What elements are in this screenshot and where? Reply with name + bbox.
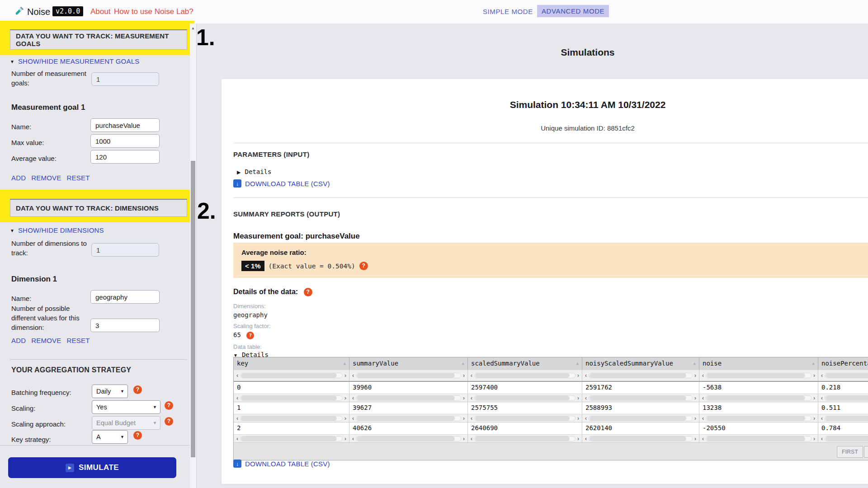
dimension-name-input[interactable] <box>90 290 160 304</box>
cell: 40626 <box>349 422 468 434</box>
batching-help-icon[interactable]: ? <box>133 385 142 394</box>
download-csv-link-1[interactable]: DOWNLOAD TABLE (CSV) <box>233 179 330 188</box>
data-table: key summaryValue scaledSummaryValue nois… <box>233 357 868 460</box>
column-header-key[interactable]: key <box>234 357 349 370</box>
show-hide-dimensions-toggle[interactable]: SHOW/HIDE DIMENSIONS <box>10 226 104 234</box>
add-goal-button[interactable]: ADD <box>11 174 26 182</box>
parameters-heading: PARAMETERS (INPUT) <box>233 150 309 158</box>
goal-avg-input[interactable] <box>90 150 160 164</box>
scaling-factor-value: 65 ? <box>233 331 254 339</box>
cell-scrollbar[interactable] <box>234 394 349 402</box>
scaling-select[interactable]: Yes (Recommended) <box>92 400 160 414</box>
cell-scrollbar[interactable] <box>818 394 868 402</box>
sidebar-divider <box>10 359 187 360</box>
cell-scrollbar[interactable] <box>234 370 349 381</box>
noise-ratio-label: Average noise ratio: <box>241 249 307 256</box>
cell-scrollbar[interactable] <box>582 435 699 442</box>
cell-scrollbar[interactable] <box>582 414 699 422</box>
details-of-data-label: Details of the data: <box>233 288 298 296</box>
cell-scrollbar[interactable] <box>582 394 699 402</box>
add-dimension-button[interactable]: ADD <box>11 337 26 344</box>
how-to-use-link[interactable]: How to use Noise Lab? <box>114 7 193 16</box>
goal-max-input[interactable] <box>90 134 160 148</box>
row-scrollbar <box>234 435 868 443</box>
annotation-step-number-1: 1. <box>196 26 215 49</box>
dimension-name-label: Name: <box>11 294 31 303</box>
noise-ratio-help-icon[interactable]: ? <box>359 262 368 270</box>
scaling-help-icon[interactable]: ? <box>165 401 173 410</box>
scaling-factor-help-icon[interactable]: ? <box>246 332 254 339</box>
simple-mode-button[interactable]: SIMPLE MODE <box>483 8 533 15</box>
scaling-approach-help-icon[interactable]: ? <box>165 417 173 426</box>
reset-dimension-button[interactable]: RESET <box>67 337 90 344</box>
cell-scrollbar[interactable] <box>818 435 868 442</box>
dimension-values-input[interactable] <box>90 319 160 332</box>
cell-scrollbar[interactable] <box>468 435 582 442</box>
remove-dimension-button[interactable]: REMOVE <box>31 337 61 344</box>
column-header-noise[interactable]: noise <box>699 357 818 370</box>
cell: 2 <box>234 422 349 434</box>
version-badge: v2.0.0 <box>52 6 83 16</box>
cell-scrollbar[interactable] <box>349 370 468 381</box>
batching-frequency-select[interactable]: Daily <box>92 385 128 398</box>
download-csv-link-2[interactable]: DOWNLOAD TABLE (CSV) <box>233 460 330 468</box>
cell: 2640690 <box>468 422 582 434</box>
cell-scrollbar[interactable] <box>582 370 699 381</box>
goal-name-input[interactable] <box>90 118 160 132</box>
column-header-summaryValue[interactable]: summaryValue <box>349 357 468 370</box>
test-tube-icon <box>13 6 24 18</box>
download-label: DOWNLOAD TABLE (CSV) <box>245 460 330 468</box>
column-header-scaledSummaryValue[interactable]: scaledSummaryValue <box>468 357 582 370</box>
cell-scrollbar[interactable] <box>818 370 868 381</box>
cell-scrollbar[interactable] <box>699 435 818 442</box>
cell-scrollbar[interactable] <box>468 370 582 381</box>
cell-scrollbar[interactable] <box>234 414 349 422</box>
sidebar-scrollbar-thumb[interactable] <box>191 161 195 457</box>
scaling-approach-label: Scaling approach: <box>11 419 66 429</box>
key-strategy-help-icon[interactable]: ? <box>133 431 142 440</box>
play-icon <box>66 464 74 472</box>
simulate-button[interactable]: SIMULATE <box>8 457 176 478</box>
cell-scrollbar[interactable] <box>699 394 818 402</box>
cell-scrollbar[interactable] <box>699 414 818 422</box>
show-hide-measurement-goals-toggle[interactable]: SHOW/HIDE MEASUREMENT GOALS <box>10 57 139 65</box>
triangle-down-icon <box>10 226 14 234</box>
advanced-mode-button[interactable]: ADVANCED MODE <box>537 5 609 17</box>
annotation-step-number-2: 2. <box>197 200 216 222</box>
cell-scrollbar[interactable] <box>349 414 468 422</box>
cell-scrollbar[interactable] <box>349 435 468 442</box>
cell-scrollbar[interactable] <box>699 370 818 381</box>
details-of-data-help-icon[interactable]: ? <box>304 288 312 296</box>
download-icon <box>233 179 241 188</box>
cell-scrollbar[interactable] <box>234 435 349 442</box>
table-row-0: 0 39960 2597400 2591762 -5638 0.218 <box>234 382 868 394</box>
card-divider <box>233 143 868 143</box>
batching-frequency-label: Batching frequency: <box>11 388 71 397</box>
key-strategy-select[interactable]: A <box>92 430 128 444</box>
row-scrollbar <box>234 394 868 402</box>
remove-goal-button[interactable]: REMOVE <box>31 174 61 182</box>
table-filter-scrollbar-row <box>234 370 868 382</box>
reset-goal-button[interactable]: RESET <box>67 174 90 182</box>
about-link[interactable]: About <box>90 7 110 16</box>
simulation-id: Unique simulation ID: 8851cfc2 <box>222 124 868 132</box>
toggle-label: SHOW/HIDE MEASUREMENT GOALS <box>18 57 140 65</box>
cell-scrollbar[interactable] <box>468 414 582 422</box>
measurement-goal-heading: Measurement goal: purchaseValue <box>233 232 360 241</box>
parameters-details-toggle[interactable]: Details <box>237 168 271 176</box>
cell: 2591762 <box>582 382 699 394</box>
table-header-row: key summaryValue scaledSummaryValue nois… <box>234 357 868 370</box>
pager-prev-button[interactable]: PREV <box>864 446 868 458</box>
column-header-noisePercentage[interactable]: noisePercentage <box>818 357 868 370</box>
cell-scrollbar[interactable] <box>349 394 468 402</box>
scrollbar-up-arrow-icon[interactable]: ▲ <box>190 26 196 30</box>
cell-scrollbar[interactable] <box>818 414 868 422</box>
sidebar-main-divider <box>196 23 197 488</box>
row-scrollbar <box>234 414 868 422</box>
cell-scrollbar[interactable] <box>468 394 582 402</box>
cell: 0.218 <box>818 382 868 394</box>
column-header-noisyScaledSummaryValue[interactable]: noisyScaledSummaryValue <box>582 357 699 370</box>
details-of-data-heading: Details of the data: ? <box>233 288 312 296</box>
pager-first-button[interactable]: FIRST <box>837 446 863 458</box>
section-header-measurement-goals: DATA YOU WANT TO TRACK: MEASUREMENT GOAL… <box>10 29 187 50</box>
